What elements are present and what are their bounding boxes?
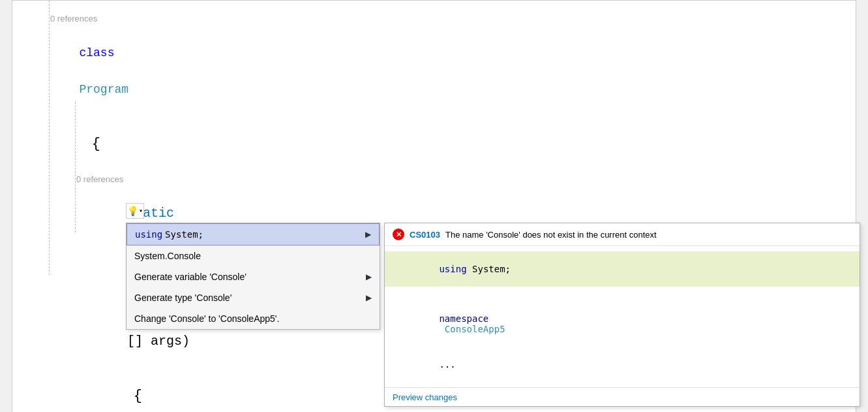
indent-guide-1 bbox=[49, 1, 50, 275]
indent-guide-2 bbox=[75, 102, 76, 232]
error-banner: ✕ CS0103 The name 'Console' does not exi… bbox=[385, 223, 860, 246]
menu-label-generate-type: Generate type 'Console' bbox=[134, 293, 361, 303]
submenu-arrow-icon-3: ▶ bbox=[366, 293, 372, 302]
menu-label-generate-variable: Generate variable 'Console' bbox=[134, 272, 361, 282]
menu-item-using-system[interactable]: using System; ▶ bbox=[127, 223, 380, 246]
lightbulb-icon: 💡 bbox=[127, 206, 138, 217]
preview-changes-link[interactable]: Preview changes bbox=[393, 392, 457, 402]
preview-panel: ✕ CS0103 The name 'Console' does not exi… bbox=[384, 223, 860, 407]
menu-item-generate-type[interactable]: Generate type 'Console' ▶ bbox=[127, 287, 380, 308]
menu-item-generate-variable[interactable]: Generate variable 'Console' ▶ bbox=[127, 266, 380, 287]
preview-line-1: using System; bbox=[385, 251, 860, 287]
class-name: Program bbox=[79, 83, 128, 96]
menu-item-system-console[interactable]: System.Console bbox=[127, 246, 380, 266]
preview-line-3: namespace ConsoleApp5 bbox=[385, 301, 860, 347]
open-brace-1: { bbox=[12, 117, 856, 172]
menu-item-change-console[interactable]: Change 'Console' to 'ConsoleApp5'. bbox=[127, 308, 380, 329]
menu-label-change-console: Change 'Console' to 'ConsoleApp5'. bbox=[134, 313, 372, 324]
preview-line-2 bbox=[385, 287, 860, 301]
references-label-2: 0 references bbox=[12, 172, 856, 186]
preview-line-4: ... bbox=[385, 347, 860, 382]
class-keyword: class bbox=[79, 46, 114, 59]
preview-footer: Preview changes bbox=[385, 387, 860, 406]
submenu-arrow-icon-2: ▶ bbox=[366, 272, 372, 281]
quick-action-menu: using System; ▶ System.Console Generate … bbox=[126, 223, 380, 330]
error-message: The name 'Console' does not exist in the… bbox=[445, 230, 657, 240]
menu-label-system-console: System.Console bbox=[134, 251, 372, 261]
class-declaration-line: class Program bbox=[12, 25, 856, 117]
submenu-arrow-icon: ▶ bbox=[365, 230, 371, 239]
lightbulb-button[interactable]: 💡 ▾ bbox=[126, 203, 144, 219]
editor-window: 0 references class Program { 0 reference… bbox=[12, 0, 856, 412]
dropdown-arrow-icon: ▾ bbox=[139, 207, 143, 215]
error-icon: ✕ bbox=[393, 229, 404, 240]
code-preview: using System; namespace ConsoleApp5 ... bbox=[385, 246, 860, 387]
error-code: CS0103 bbox=[410, 230, 440, 240]
references-label-1: 0 references bbox=[12, 11, 856, 25]
